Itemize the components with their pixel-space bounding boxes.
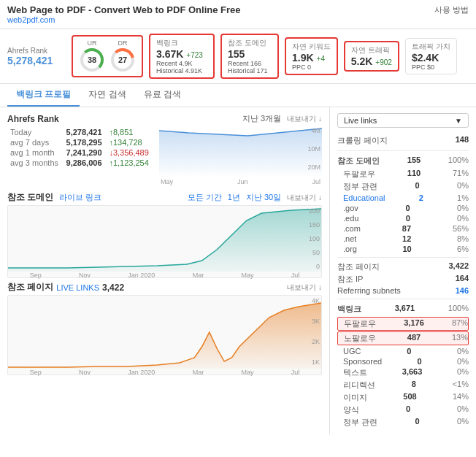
chart1-x-jun: Jun [237, 178, 248, 185]
rank-row-1month: avg 1 month 7,241,290 ↓3,356,489 [7, 147, 153, 158]
rank-chart: May Jun Jul 4M 10M 20M [159, 127, 322, 185]
tab-backlink-profile[interactable]: 백링크 프로필 [7, 84, 80, 107]
rank-section: Ahrefs Rank 지난 3개월 내보내기 ↓ Today 5,278,42… [7, 113, 322, 185]
chart2-x-may: May [241, 272, 253, 279]
dr-value: 27 [118, 55, 127, 64]
organic-kw-ppc: PPC 0 [292, 64, 331, 71]
ur-dr-block: UR 38 DR 27 [72, 35, 143, 77]
crawled-pages-label: 크롤링 페이지 [337, 135, 388, 146]
domain-row-govt: 정부 관련 0 0% [337, 180, 469, 193]
period-30days[interactable]: 지난 30일 [246, 192, 281, 203]
chart2-x-jan: Jan 2020 [128, 272, 155, 279]
dr-label: DR [118, 39, 128, 47]
ref-page-right-label: 참조 페이지 [337, 261, 380, 272]
ref-subnet-row: Referring subnets 146 [337, 285, 469, 296]
ref-domain-section-header: 참조 도메인 라이브 링크 모든 기간 1년 지난 30일 내보내기 ↓ [7, 191, 322, 204]
ref-subnet-label: Referring subnets [337, 286, 401, 295]
help-link[interactable]: 사용 방법 [434, 4, 469, 15]
backlink-row-sponsored: Sponsored 0 0% [337, 356, 469, 366]
backlink-rows: 두팔로우 3,176 87% 노팔로우 487 13% UGC 0 0% Spo… [337, 317, 469, 429]
rank-stats-table: Today 5,278,421 ↑8,851 avg 7 days 5,178,… [7, 127, 153, 185]
right-panel: Live links ▼ 크롤링 페이지 148 참조 도메인 155 100%… [330, 107, 476, 434]
ref-domain-metric: 참조 도메인 155 Recent 166 Historical 171 [220, 34, 279, 79]
header: Web Page to PDF - Convert Web to PDF Onl… [0, 0, 476, 29]
chart2-x-nov: Nov [79, 272, 91, 279]
backlink-row-text: 텍스트 3,663 0% [337, 366, 469, 379]
rank-row-7days: avg 7 days 5,178,295 ↑134,728 [7, 137, 153, 147]
backlink-label: 백링크 [156, 38, 207, 48]
backlink-row-dofollow: 두팔로우 3,176 87% [337, 317, 469, 331]
metrics-bar: Ahrefs Rank 5,278,421 UR 38 DR 27 [0, 29, 476, 84]
chart3-x-may: May [241, 369, 253, 376]
backlink-row-ugc: UGC 0 0% [337, 346, 469, 356]
organic-kw-change: +4 [317, 55, 325, 63]
export-btn3[interactable]: 내보내기 ↓ [287, 283, 322, 293]
backlink-right-value: 3,671 [395, 304, 415, 315]
backlink-historical: Historical 4.91K [156, 67, 207, 74]
period-all[interactable]: 모든 기간 [188, 192, 222, 203]
organic-kw-metric: 자연 키워드 1.9K +4 PPC 0 [285, 37, 338, 75]
chart3-x-nov: Nov [79, 369, 91, 376]
organic-traffic-value: 5.2K [351, 55, 373, 67]
chart2-x-jul: Jul [291, 272, 300, 279]
backlink-row-nofollow: 노팔로우 487 13% [337, 331, 469, 345]
organic-kw-value: 1.9K [292, 52, 314, 64]
live-links-link[interactable]: 라이브 링크 [59, 192, 101, 203]
crawled-pages-value: 148 [456, 135, 469, 146]
ahrefs-rank-block: Ahrefs Rank 5,278,421 [7, 47, 66, 66]
traffic-value-value: $2.4K [412, 52, 450, 64]
ref-domain-label: 참조 도메인 [228, 38, 272, 48]
backlink-row-image: 이미지 508 14% [337, 391, 469, 404]
ahrefs-rank-label: Ahrefs Rank [7, 47, 66, 55]
organic-kw-label: 자연 키워드 [292, 42, 331, 52]
backlink-change: +723 [186, 51, 203, 59]
period-label: 지난 3개월 [242, 113, 281, 124]
rank-row-3months: avg 3 months 9,286,006 ↑1,123,254 [7, 158, 153, 168]
traffic-value-label: 트래픽 가치 [412, 42, 450, 52]
organic-traffic-metric: 자연 트래픽 5.2K +902 [344, 41, 399, 72]
chart3-x-mar: Mar [193, 369, 204, 376]
export-btn2[interactable]: 내보내기 ↓ [287, 193, 322, 203]
ref-domain-section-label: 참조 도메인 [7, 191, 53, 204]
chart1-y-4m: 4M [307, 127, 320, 134]
ref-ip-value: 164 [456, 274, 469, 285]
backlink-right-label: 백링크 [337, 304, 361, 315]
domain-rows: 두팔로우 110 71% 정부 관련 0 0% Educational 2 1%… [337, 168, 469, 254]
svg-marker-5 [8, 209, 321, 272]
backlink-value: 3.67K [156, 48, 183, 60]
ref-domain-right-label: 참조 도메인 [337, 155, 380, 166]
ref-page-chart: Sep Nov Jan 2020 Mar May Jul 4K3K2K1K [7, 295, 322, 375]
ref-domain-chart: Sep Nov Jan 2020 Mar May Jul 20015010050… [7, 205, 322, 278]
domain-row-gov: .gov 0 0% [337, 203, 469, 213]
chart2-x-sep: Sep [30, 272, 42, 279]
ref-page-section-header: 참조 페이지 LIVE LINKS 3,422 내보내기 ↓ [7, 281, 322, 293]
domain-row-org: .org 10 6% [337, 244, 469, 254]
ahrefs-rank-value: 5,278,421 [7, 55, 66, 66]
backlink-row-govt: 정부 관련 0 0% [337, 416, 469, 429]
export-btn1[interactable]: 내보내기 ↓ [287, 114, 322, 124]
ref-ip-row: 참조 IP 164 [337, 273, 469, 285]
main-content: Ahrefs Rank 지난 3개월 내보내기 ↓ Today 5,278,42… [0, 107, 476, 434]
domain-row-edutld: .edu 0 0% [337, 213, 469, 223]
page-url[interactable]: web2pdf.com [7, 15, 241, 24]
chart3-x-sep: Sep [30, 369, 42, 376]
ref-page-value: 3,422 [102, 283, 124, 293]
ref-page-label: 참조 페이지 [7, 281, 53, 293]
tab-organic-search[interactable]: 자연 검색 [80, 84, 134, 107]
backlink-metric: 백링크 3.67K +723 Recent 4.9K Historical 4.… [149, 34, 215, 79]
live-links-dropdown[interactable]: Live links ▼ [337, 113, 469, 128]
rank-row-today: Today 5,278,421 ↑8,851 [7, 127, 153, 137]
ref-ip-label: 참조 IP [337, 274, 363, 285]
tab-paid-search[interactable]: 유료 검색 [135, 84, 190, 107]
period-1year[interactable]: 1년 [228, 192, 240, 203]
ref-page-right-row: 참조 페이지 3,422 [337, 261, 469, 273]
svg-marker-4 [159, 128, 322, 178]
live-links-label2[interactable]: LIVE LINKS [56, 283, 99, 292]
ref-domain-value: 155 [228, 48, 272, 60]
crawled-pages-row: 크롤링 페이지 148 [337, 134, 469, 147]
dropdown-arrow-icon: ▼ [455, 117, 462, 125]
ref-subnet-value: 146 [456, 286, 469, 295]
left-panel: Ahrefs Rank 지난 3개월 내보내기 ↓ Today 5,278,42… [0, 107, 330, 434]
ref-domain-right-value: 155 [407, 155, 421, 166]
domain-row-com: .com 87 56% [337, 223, 469, 234]
